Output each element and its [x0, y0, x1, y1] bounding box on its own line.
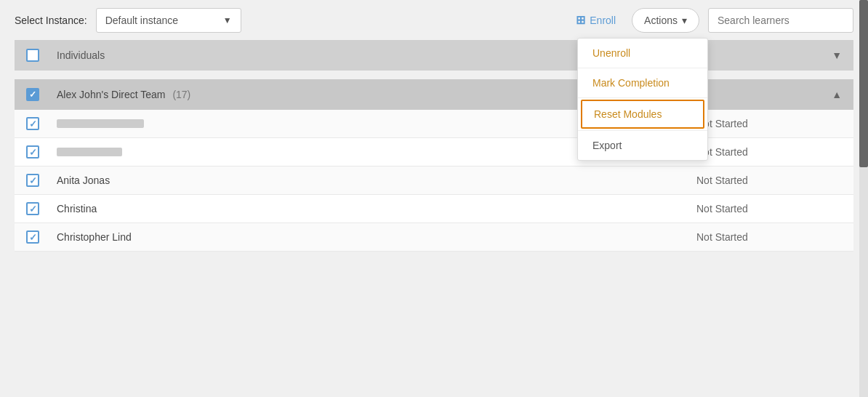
select-instance-label: Select Instance: [15, 15, 87, 26]
dropdown-item-unenroll[interactable]: Unenroll [578, 39, 707, 68]
actions-button[interactable]: Actions ▾ [632, 8, 699, 33]
sort-arrow-icon[interactable]: ▼ [832, 49, 842, 61]
search-input[interactable] [708, 8, 853, 33]
row-status-4: Not Started [696, 203, 842, 214]
chevron-down-icon: ▼ [223, 15, 232, 25]
scrollbar-track[interactable] [859, 0, 868, 397]
instance-value: Default instance [105, 15, 178, 26]
row-status-5: Not Started [696, 231, 842, 243]
dropdown-item-reset-modules[interactable]: Reset Modules [581, 100, 704, 129]
chevron-down-icon: ▾ [682, 15, 687, 26]
name-placeholder-2 [57, 148, 122, 156]
table-row: Christina Not Started [15, 195, 853, 223]
row-status-3: Not Started [696, 175, 842, 186]
row-name-3: Anita Jonas [57, 175, 688, 186]
dropdown-item-export[interactable]: Export [578, 131, 707, 160]
section-gap [15, 71, 853, 79]
row-checkbox-1[interactable] [26, 117, 39, 130]
row-checkbox-5[interactable] [26, 230, 39, 244]
table-row: Anita Jonas Not Started [15, 167, 853, 195]
table-header: Individuals Status ▼ [15, 40, 853, 71]
table-row: Christopher Lind Not Started [15, 223, 853, 252]
group-select-checkbox[interactable] [26, 88, 39, 101]
instance-dropdown[interactable]: Default instance ▼ [96, 8, 241, 33]
scrollbar-thumb[interactable] [859, 0, 868, 167]
row-checkbox-3[interactable] [26, 174, 39, 187]
name-placeholder-1 [57, 119, 144, 128]
enroll-label: Enroll [590, 15, 616, 26]
dropdown-divider-2 [578, 97, 707, 98]
row-status-1: Not Started [696, 118, 842, 129]
group-header: Alex John's Direct Team (17) Status ▲ [15, 79, 853, 110]
table-row: Not Started [15, 138, 853, 167]
row-checkbox-4[interactable] [26, 202, 39, 215]
group-collapse-icon[interactable]: ▲ [832, 89, 842, 100]
table-row: Not Started [15, 110, 853, 138]
col-individuals-header: Individuals [57, 49, 657, 61]
row-name-4: Christina [57, 203, 688, 214]
actions-dropdown-menu: Unenroll Mark Completion Reset Modules E… [577, 38, 708, 161]
top-bar: Select Instance: Default instance ▼ ⊞ En… [0, 0, 868, 40]
enroll-button[interactable]: ⊞ Enroll [568, 7, 623, 33]
select-all-checkbox[interactable] [26, 49, 39, 62]
group-count: (17) [172, 89, 190, 100]
actions-label: Actions [644, 15, 678, 26]
row-name-5: Christopher Lind [57, 231, 688, 243]
plus-icon: ⊞ [576, 13, 585, 27]
learners-table: Individuals Status ▼ Alex John's Direct … [15, 40, 853, 252]
row-status-2: Not Started [696, 146, 842, 158]
row-checkbox-2[interactable] [26, 145, 39, 159]
dropdown-item-mark-completion[interactable]: Mark Completion [578, 68, 707, 97]
group-name: Alex John's Direct Team (17) [57, 89, 657, 100]
